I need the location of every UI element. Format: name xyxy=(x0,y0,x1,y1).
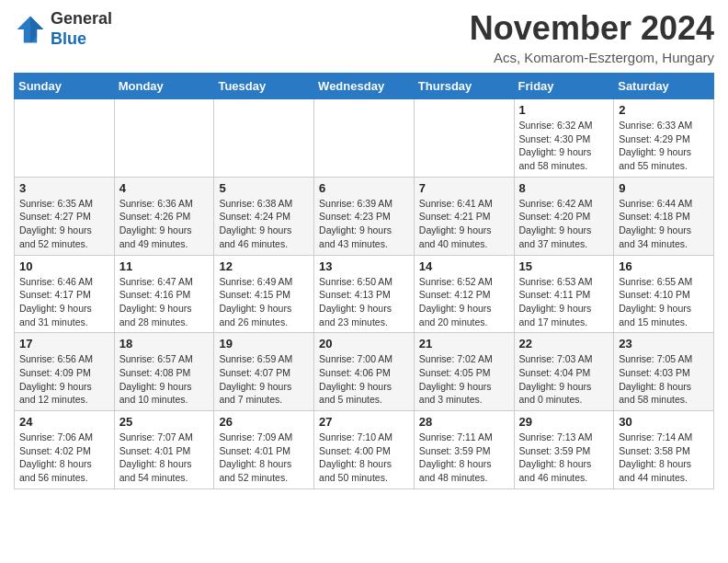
calendar-cell: 11Sunrise: 6:47 AMSunset: 4:16 PMDayligh… xyxy=(114,255,214,333)
calendar-cell: 30Sunrise: 7:14 AMSunset: 3:58 PMDayligh… xyxy=(614,411,714,489)
calendar-cell: 3Sunrise: 6:35 AMSunset: 4:27 PMDaylight… xyxy=(15,177,115,255)
calendar-cell: 29Sunrise: 7:13 AMSunset: 3:59 PMDayligh… xyxy=(514,411,614,489)
calendar-cell: 27Sunrise: 7:10 AMSunset: 4:00 PMDayligh… xyxy=(314,411,415,489)
calendar-cell xyxy=(414,99,514,178)
month-title: November 2024 xyxy=(470,9,714,48)
calendar-week-row: 10Sunrise: 6:46 AMSunset: 4:17 PMDayligh… xyxy=(15,255,714,333)
weekday-header: Friday xyxy=(514,74,614,99)
calendar-cell: 19Sunrise: 6:59 AMSunset: 4:07 PMDayligh… xyxy=(214,333,314,411)
calendar-cell: 10Sunrise: 6:46 AMSunset: 4:17 PMDayligh… xyxy=(15,255,115,333)
calendar-cell: 6Sunrise: 6:39 AMSunset: 4:23 PMDaylight… xyxy=(314,177,415,255)
calendar-week-row: 24Sunrise: 7:06 AMSunset: 4:02 PMDayligh… xyxy=(15,411,714,489)
day-number: 16 xyxy=(619,259,709,273)
weekday-header: Thursday xyxy=(414,74,514,99)
day-info: Sunrise: 6:59 AMSunset: 4:07 PMDaylight:… xyxy=(219,352,309,407)
day-number: 23 xyxy=(619,337,709,350)
calendar-cell: 1Sunrise: 6:32 AMSunset: 4:30 PMDaylight… xyxy=(514,99,614,178)
calendar-cell: 20Sunrise: 7:00 AMSunset: 4:06 PMDayligh… xyxy=(314,333,415,411)
day-number: 28 xyxy=(419,415,509,429)
logo: General Blue xyxy=(14,9,112,49)
day-number: 29 xyxy=(519,415,609,429)
day-info: Sunrise: 6:41 AMSunset: 4:21 PMDaylight:… xyxy=(419,197,509,251)
calendar-cell xyxy=(214,99,314,178)
weekday-header: Sunday xyxy=(15,74,115,99)
day-info: Sunrise: 6:55 AMSunset: 4:10 PMDaylight:… xyxy=(619,275,709,329)
day-info: Sunrise: 6:33 AMSunset: 4:29 PMDaylight:… xyxy=(619,119,709,173)
title-section: November 2024 Acs, Komarom-Esztergom, Hu… xyxy=(470,9,714,65)
day-info: Sunrise: 7:14 AMSunset: 3:58 PMDaylight:… xyxy=(619,431,709,485)
calendar-cell: 9Sunrise: 6:44 AMSunset: 4:18 PMDaylight… xyxy=(614,177,714,255)
day-info: Sunrise: 6:57 AMSunset: 4:08 PMDaylight:… xyxy=(119,352,210,407)
day-info: Sunrise: 6:32 AMSunset: 4:30 PMDaylight:… xyxy=(519,119,609,173)
calendar-cell: 12Sunrise: 6:49 AMSunset: 4:15 PMDayligh… xyxy=(214,255,314,333)
day-info: Sunrise: 6:44 AMSunset: 4:18 PMDaylight:… xyxy=(619,197,709,251)
day-number: 12 xyxy=(219,259,309,273)
day-info: Sunrise: 6:53 AMSunset: 4:11 PMDaylight:… xyxy=(519,275,609,329)
calendar-cell: 13Sunrise: 6:50 AMSunset: 4:13 PMDayligh… xyxy=(314,255,415,333)
day-number: 8 xyxy=(519,181,609,195)
day-number: 4 xyxy=(119,181,210,195)
day-number: 22 xyxy=(519,337,609,350)
calendar-cell: 5Sunrise: 6:38 AMSunset: 4:24 PMDaylight… xyxy=(214,177,314,255)
day-number: 20 xyxy=(319,337,409,350)
day-info: Sunrise: 6:46 AMSunset: 4:17 PMDaylight:… xyxy=(19,275,109,329)
day-info: Sunrise: 7:05 AMSunset: 4:03 PMDaylight:… xyxy=(619,352,709,407)
weekday-header: Tuesday xyxy=(214,74,314,99)
day-number: 18 xyxy=(119,337,210,350)
day-number: 7 xyxy=(419,181,509,195)
calendar-cell: 14Sunrise: 6:52 AMSunset: 4:12 PMDayligh… xyxy=(414,255,514,333)
calendar-cell: 16Sunrise: 6:55 AMSunset: 4:10 PMDayligh… xyxy=(614,255,714,333)
day-info: Sunrise: 7:00 AMSunset: 4:06 PMDaylight:… xyxy=(319,352,409,407)
day-info: Sunrise: 6:35 AMSunset: 4:27 PMDaylight:… xyxy=(19,197,109,251)
calendar-cell: 2Sunrise: 6:33 AMSunset: 4:29 PMDaylight… xyxy=(614,99,714,178)
day-number: 17 xyxy=(19,337,109,350)
day-number: 13 xyxy=(319,259,409,273)
day-number: 26 xyxy=(219,415,309,429)
calendar-cell: 17Sunrise: 6:56 AMSunset: 4:09 PMDayligh… xyxy=(15,333,115,411)
calendar-week-row: 1Sunrise: 6:32 AMSunset: 4:30 PMDaylight… xyxy=(15,99,714,178)
calendar-cell: 18Sunrise: 6:57 AMSunset: 4:08 PMDayligh… xyxy=(114,333,214,411)
calendar-cell: 23Sunrise: 7:05 AMSunset: 4:03 PMDayligh… xyxy=(614,333,714,411)
day-info: Sunrise: 6:38 AMSunset: 4:24 PMDaylight:… xyxy=(219,197,309,251)
day-number: 21 xyxy=(419,337,509,350)
day-number: 24 xyxy=(19,415,109,429)
day-number: 9 xyxy=(619,181,709,195)
day-info: Sunrise: 6:50 AMSunset: 4:13 PMDaylight:… xyxy=(319,275,409,329)
page: General Blue November 2024 Acs, Komarom-… xyxy=(0,0,728,503)
day-info: Sunrise: 6:47 AMSunset: 4:16 PMDaylight:… xyxy=(119,275,210,329)
calendar-cell xyxy=(314,99,415,178)
day-number: 10 xyxy=(19,259,109,273)
calendar-cell: 15Sunrise: 6:53 AMSunset: 4:11 PMDayligh… xyxy=(514,255,614,333)
calendar-cell xyxy=(114,99,214,178)
day-number: 1 xyxy=(519,103,609,117)
weekday-header: Monday xyxy=(114,74,214,99)
calendar-cell: 25Sunrise: 7:07 AMSunset: 4:01 PMDayligh… xyxy=(114,411,214,489)
calendar-cell: 28Sunrise: 7:11 AMSunset: 3:59 PMDayligh… xyxy=(414,411,514,489)
calendar-cell xyxy=(15,99,115,178)
weekday-header-row: SundayMondayTuesdayWednesdayThursdayFrid… xyxy=(15,74,714,99)
logo-text: General Blue xyxy=(51,9,112,49)
weekday-header: Wednesday xyxy=(314,74,415,99)
calendar-week-row: 3Sunrise: 6:35 AMSunset: 4:27 PMDaylight… xyxy=(15,177,714,255)
day-number: 27 xyxy=(319,415,409,429)
day-number: 3 xyxy=(19,181,109,195)
calendar-cell: 21Sunrise: 7:02 AMSunset: 4:05 PMDayligh… xyxy=(414,333,514,411)
calendar-cell: 26Sunrise: 7:09 AMSunset: 4:01 PMDayligh… xyxy=(214,411,314,489)
day-number: 15 xyxy=(519,259,609,273)
day-number: 19 xyxy=(219,337,309,350)
day-info: Sunrise: 7:10 AMSunset: 4:00 PMDaylight:… xyxy=(319,431,409,485)
calendar-week-row: 17Sunrise: 6:56 AMSunset: 4:09 PMDayligh… xyxy=(15,333,714,411)
day-number: 5 xyxy=(219,181,309,195)
logo-icon xyxy=(14,13,47,46)
day-info: Sunrise: 7:03 AMSunset: 4:04 PMDaylight:… xyxy=(519,352,609,407)
day-info: Sunrise: 6:49 AMSunset: 4:15 PMDaylight:… xyxy=(219,275,309,329)
logo-general: General xyxy=(51,9,112,29)
day-info: Sunrise: 6:39 AMSunset: 4:23 PMDaylight:… xyxy=(319,197,409,251)
day-info: Sunrise: 6:52 AMSunset: 4:12 PMDaylight:… xyxy=(419,275,509,329)
day-info: Sunrise: 7:02 AMSunset: 4:05 PMDaylight:… xyxy=(419,352,509,407)
day-number: 6 xyxy=(319,181,409,195)
day-number: 11 xyxy=(119,259,210,273)
day-number: 30 xyxy=(619,415,709,429)
day-info: Sunrise: 7:11 AMSunset: 3:59 PMDaylight:… xyxy=(419,431,509,485)
day-number: 25 xyxy=(119,415,210,429)
